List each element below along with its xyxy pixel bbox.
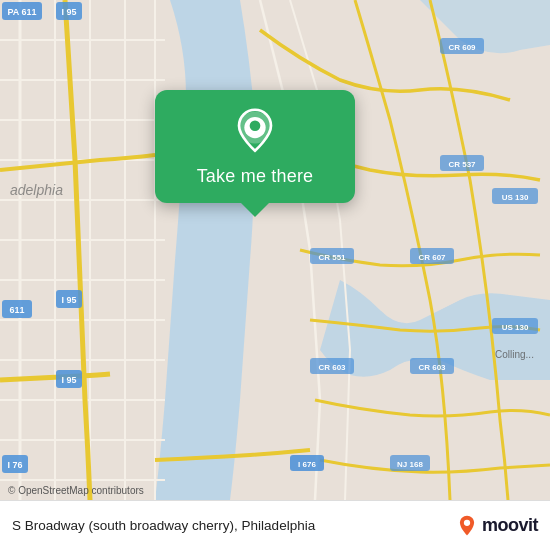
svg-rect-0: [0, 0, 550, 500]
svg-text:US 130: US 130: [502, 323, 529, 332]
osm-credit: © OpenStreetMap contributors: [8, 485, 144, 496]
svg-text:I 95: I 95: [61, 7, 76, 17]
svg-text:CR 551: CR 551: [318, 253, 346, 262]
svg-text:CR 609: CR 609: [448, 43, 476, 52]
svg-text:NJ 168: NJ 168: [397, 460, 423, 469]
svg-text:CR 603: CR 603: [318, 363, 346, 372]
bottom-bar: S Broadway (south broadway cherry), Phil…: [0, 500, 550, 550]
svg-text:Colling...: Colling...: [495, 349, 534, 360]
svg-point-56: [464, 519, 470, 525]
svg-text:CR 607: CR 607: [418, 253, 446, 262]
svg-text:US 130: US 130: [502, 193, 529, 202]
svg-text:I 76: I 76: [7, 460, 22, 470]
svg-point-55: [250, 120, 261, 131]
map-svg: PA 611 I 95 611 I 95 I 95 I 76 CR 609 CR…: [0, 0, 550, 500]
svg-text:PA 611: PA 611: [7, 7, 36, 17]
moovit-pin-icon: [456, 515, 478, 537]
popup-card[interactable]: Take me there: [155, 90, 355, 203]
svg-text:CR 537: CR 537: [448, 160, 476, 169]
location-text: S Broadway (south broadway cherry), Phil…: [12, 518, 456, 533]
svg-text:I 95: I 95: [61, 295, 76, 305]
svg-text:I 95: I 95: [61, 375, 76, 385]
svg-text:CR 603: CR 603: [418, 363, 446, 372]
map-container: PA 611 I 95 611 I 95 I 95 I 76 CR 609 CR…: [0, 0, 550, 500]
take-me-there-button[interactable]: Take me there: [197, 166, 314, 187]
svg-text:adelphia: adelphia: [10, 182, 63, 198]
svg-text:I 676: I 676: [298, 460, 316, 469]
location-pin-icon: [231, 108, 279, 156]
moovit-logo: moovit: [456, 515, 538, 537]
svg-text:611: 611: [9, 305, 24, 315]
moovit-brand-text: moovit: [482, 515, 538, 536]
